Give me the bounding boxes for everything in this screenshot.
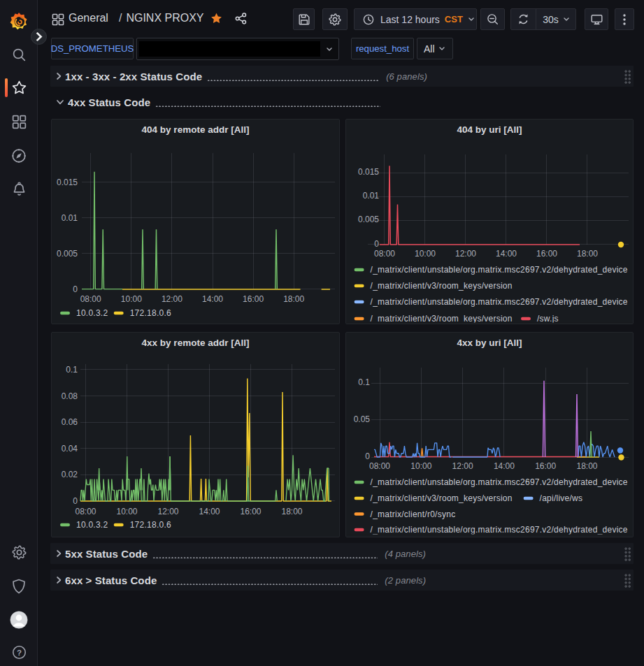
svg-text:10:00: 10:00 [410,461,431,471]
svg-text:0.01: 0.01 [62,213,78,223]
svg-text:12:00: 12:00 [452,461,473,471]
svg-text:/sw.js: /sw.js [537,314,559,324]
svg-text:14:00: 14:00 [494,461,515,471]
svg-text:12:00: 12:00 [455,249,476,259]
svg-text:/_matrix/client/unstable/org.m: /_matrix/client/unstable/org.matrix.msc2… [371,525,628,535]
svg-text:10:00: 10:00 [415,249,436,259]
svg-text:/_matrix/client/v3/room_keys/v: /_matrix/client/v3/room_keys/version [371,281,513,291]
svg-text:18:00: 18:00 [283,294,304,304]
svg-text:08:00: 08:00 [369,461,390,471]
svg-text:0.005: 0.005 [57,249,78,259]
svg-text:12:00: 12:00 [162,294,183,304]
svg-text:10:00: 10:00 [116,507,137,516]
svg-text:/_matrix/client/unstable/org.m: /_matrix/client/unstable/org.matrix.msc2… [371,477,628,487]
svg-text:18:00: 18:00 [577,249,598,259]
svg-text:0.04: 0.04 [62,444,78,454]
svg-text:/_matrix/client/v3/room_keys/v: /_matrix/client/v3/room_keys/version [371,493,513,503]
svg-text:0.02: 0.02 [62,470,78,479]
svg-text:0.06: 0.06 [62,417,78,427]
svg-text:/_matrix/client/unstable/org.m: /_matrix/client/unstable/org.matrix.msc2… [371,297,628,307]
svg-text:0: 0 [365,451,370,461]
svg-text:10.0.3.2: 10.0.3.2 [76,308,108,318]
svg-text:0.005: 0.005 [358,215,379,224]
svg-text:/_matrix/client/unstable/org.m: /_matrix/client/unstable/org.matrix.msc2… [371,265,628,275]
svg-text:0.015: 0.015 [57,178,78,187]
svg-text:18:00: 18:00 [576,461,597,471]
svg-text:14:00: 14:00 [202,294,223,304]
svg-text:16:00: 16:00 [535,461,556,471]
svg-text:172.18.0.6: 172.18.0.6 [130,308,171,318]
svg-text:16:00: 16:00 [536,249,557,259]
svg-text:0: 0 [73,284,78,294]
svg-text:?: ? [16,649,21,657]
svg-text:18:00: 18:00 [281,507,302,516]
svg-text:0: 0 [374,239,379,249]
svg-text:0: 0 [73,496,78,506]
svg-text:10:00: 10:00 [121,294,142,304]
svg-text:0.08: 0.08 [62,391,78,401]
svg-text:14:00: 14:00 [496,249,517,259]
svg-text:10.0.3.2: 10.0.3.2 [76,520,108,530]
svg-text:08:00: 08:00 [80,294,101,304]
svg-text:16:00: 16:00 [240,507,261,516]
svg-text:14:00: 14:00 [199,507,220,516]
svg-text:08:00: 08:00 [374,249,395,259]
svg-text:0.01: 0.01 [363,191,380,201]
svg-text:0.1: 0.1 [66,365,78,375]
svg-text:/_matrix/client/v3/room_keys/v: /_matrix/client/v3/room_keys/version [371,314,513,324]
svg-text:/_matrix/client/r0/sync: /_matrix/client/r0/sync [371,509,456,519]
svg-text:/api/live/ws: /api/live/ws [540,493,583,503]
svg-text:0.015: 0.015 [358,167,379,177]
svg-text:172.18.0.6: 172.18.0.6 [130,520,171,530]
svg-text:12:00: 12:00 [157,507,178,516]
svg-text:08:00: 08:00 [75,507,96,516]
svg-text:16:00: 16:00 [243,294,264,304]
svg-text:0.05: 0.05 [354,414,371,424]
svg-text:0.1: 0.1 [358,377,370,387]
